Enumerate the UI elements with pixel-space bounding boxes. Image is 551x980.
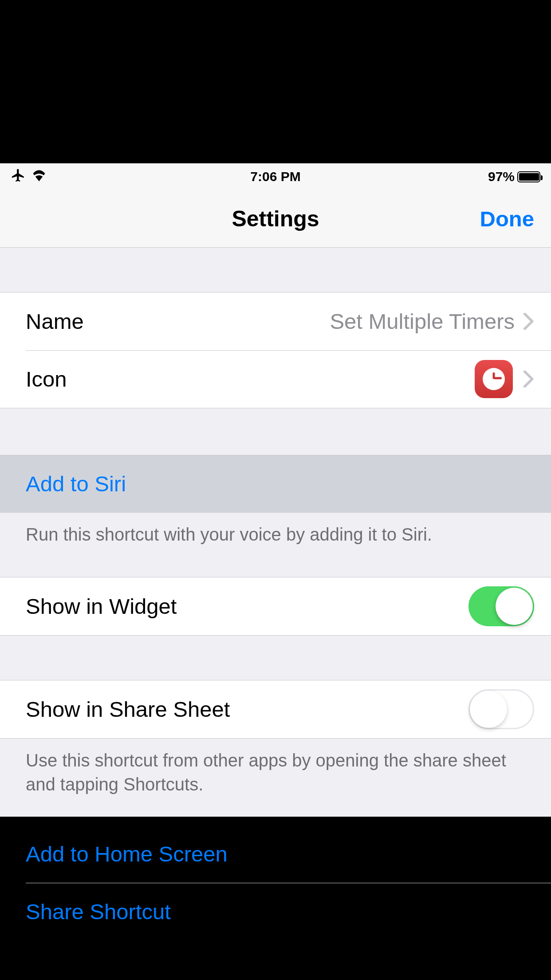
row-icon[interactable]: Icon	[0, 350, 551, 408]
siri-footer-text: Run this shortcut with your voice by add…	[0, 513, 551, 561]
section-widget: Show in Widget	[0, 561, 551, 636]
add-to-home-label: Add to Home Screen	[26, 842, 228, 866]
nav-bar: Settings Done	[0, 190, 551, 248]
show-in-widget-label: Show in Widget	[26, 594, 177, 619]
row-add-to-siri[interactable]: Add to Siri	[0, 455, 551, 513]
show-in-share-toggle[interactable]	[468, 689, 534, 729]
icon-label: Icon	[26, 367, 67, 391]
done-button[interactable]: Done	[480, 206, 535, 231]
status-bar: 7:06 PM 97%	[0, 163, 551, 190]
wifi-icon	[31, 169, 47, 185]
section-identity: Name Set Multiple Timers Icon	[0, 248, 551, 408]
share-footer-text: Use this shortcut from other apps by ope…	[0, 739, 551, 811]
section-siri: Add to Siri Run this shortcut with your …	[0, 408, 551, 561]
screen: 7:06 PM 97% Settings Done Name Set Multi…	[0, 163, 551, 817]
section-actions: Add to Home Screen Share Shortcut	[0, 811, 551, 941]
name-value: Set Multiple Timers	[330, 309, 515, 334]
status-left	[11, 168, 47, 186]
name-label: Name	[26, 309, 84, 334]
chevron-right-icon	[523, 313, 534, 330]
chevron-right-icon	[523, 371, 534, 387]
show-in-share-label: Show in Share Sheet	[26, 697, 230, 722]
share-shortcut-label: Share Shortcut	[26, 899, 171, 924]
clock-icon	[483, 368, 505, 390]
section-share-sheet: Show in Share Sheet Use this shortcut fr…	[0, 636, 551, 811]
row-name[interactable]: Name Set Multiple Timers	[0, 292, 551, 350]
status-right: 97%	[488, 169, 540, 184]
airplane-mode-icon	[11, 168, 26, 186]
row-share-shortcut[interactable]: Share Shortcut	[0, 883, 551, 940]
battery-percentage: 97%	[488, 169, 515, 184]
shortcut-app-icon	[475, 360, 513, 398]
show-in-widget-toggle[interactable]	[468, 586, 534, 626]
row-show-in-widget: Show in Widget	[0, 577, 551, 635]
letterbox-top	[0, 0, 551, 163]
battery-icon	[517, 171, 540, 182]
page-title: Settings	[232, 206, 319, 232]
row-add-to-home[interactable]: Add to Home Screen	[0, 825, 551, 883]
status-time: 7:06 PM	[250, 169, 300, 184]
add-to-siri-label: Add to Siri	[26, 471, 126, 496]
row-show-in-share-sheet: Show in Share Sheet	[0, 680, 551, 738]
